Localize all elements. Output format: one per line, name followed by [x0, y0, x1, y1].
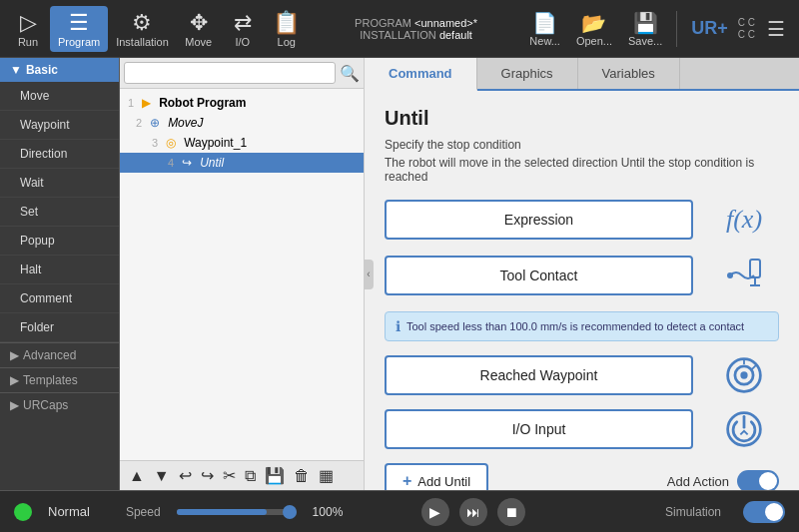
- sidebar-item-move[interactable]: Move: [0, 82, 119, 111]
- run-icon: ▷: [20, 10, 37, 36]
- tab-bar: Command Graphics Variables: [365, 58, 799, 91]
- sidebar-item-folder[interactable]: Folder: [0, 313, 119, 342]
- delete-button[interactable]: 🗑: [291, 466, 313, 486]
- svg-line-8: [751, 364, 756, 369]
- run-button[interactable]: ▷ Run: [6, 6, 50, 52]
- left-panel: ▼ Basic Move Waypoint Direction Wait Set…: [0, 58, 120, 490]
- top-bar: ▷ Run ☰ Program ⚙ Installation ✥ Move ⇄ …: [0, 0, 799, 58]
- reached-waypoint-icon-container: [709, 355, 779, 395]
- svg-point-3: [727, 272, 733, 278]
- line-num-1: 1: [128, 97, 134, 109]
- io-button[interactable]: ⇄ I/O: [221, 6, 265, 52]
- log-icon: 📋: [273, 10, 300, 36]
- play-button[interactable]: ▶: [421, 498, 449, 526]
- log-button[interactable]: 📋 Log: [265, 6, 309, 52]
- add-until-row: + Add Until Add Action: [385, 463, 779, 490]
- simulation-toggle[interactable]: [743, 501, 785, 523]
- hamburger-menu[interactable]: ☰: [759, 13, 793, 45]
- undo-button[interactable]: ↩: [176, 465, 195, 486]
- sidebar-item-direction[interactable]: Direction: [0, 140, 119, 169]
- until-label: Until: [200, 156, 224, 170]
- tab-variables[interactable]: Variables: [578, 58, 680, 89]
- svg-rect-0: [750, 260, 760, 277]
- speed-slider[interactable]: [177, 509, 297, 515]
- tool-contact-icon-container: [709, 254, 779, 297]
- urcaps-section-header[interactable]: ▶ URCaps: [0, 392, 119, 417]
- plus-icon: +: [402, 472, 411, 490]
- command-subtitle: Specify the stop condition: [385, 138, 779, 152]
- line-num-2: 2: [136, 117, 142, 129]
- tab-command[interactable]: Command: [365, 58, 477, 91]
- speed-handle[interactable]: [283, 505, 297, 519]
- open-button[interactable]: 📂 Open...: [570, 9, 618, 49]
- grid-button[interactable]: ▦: [316, 465, 337, 486]
- expression-icon-container: f(x): [709, 205, 779, 235]
- cut-button[interactable]: ✂: [220, 465, 239, 486]
- cc-label: C CC C: [738, 17, 755, 41]
- new-icon: 📄: [532, 11, 557, 35]
- tree-item-until[interactable]: 4 ↪ Until: [120, 153, 364, 173]
- tree-item-robot-program[interactable]: 1 ▶ Robot Program: [120, 93, 364, 113]
- add-action-area: Add Action: [667, 470, 779, 490]
- save-button[interactable]: 💾 Save...: [622, 9, 668, 49]
- robot-program-label: Robot Program: [159, 96, 246, 110]
- io-input-button[interactable]: I/O Input: [385, 409, 693, 449]
- urcaps-arrow-icon: ▶: [10, 398, 19, 412]
- copy-button[interactable]: ⧉: [242, 466, 259, 486]
- sidebar-item-wait[interactable]: Wait: [0, 169, 119, 198]
- tool-contact-button[interactable]: Tool Contact: [385, 256, 693, 295]
- templates-section-header[interactable]: ▶ Templates: [0, 367, 119, 392]
- sidebar-item-popup[interactable]: Popup: [0, 227, 119, 256]
- sidebar-item-comment[interactable]: Comment: [0, 284, 119, 313]
- program-button[interactable]: ☰ Program: [50, 6, 108, 52]
- sidebar-item-halt[interactable]: Halt: [0, 256, 119, 284]
- new-button[interactable]: 📄 New...: [523, 9, 566, 49]
- add-action-toggle[interactable]: [737, 470, 779, 490]
- sidebar-item-waypoint[interactable]: Waypoint: [0, 111, 119, 140]
- installation-button[interactable]: ⚙ Installation: [108, 6, 177, 52]
- save-tree-button[interactable]: 💾: [262, 465, 288, 486]
- info-icon: ℹ: [396, 318, 400, 334]
- basic-section-header[interactable]: ▼ Basic: [0, 58, 119, 82]
- speed-label: Speed: [126, 505, 161, 519]
- command-subtitle2: The robot will move in the selected dire…: [385, 156, 779, 184]
- speed-fill: [177, 509, 267, 515]
- move-button[interactable]: ✥ Move: [177, 6, 221, 52]
- robot-program-icon: ▶: [142, 96, 151, 110]
- ur-plus-icon: UR+: [691, 18, 728, 39]
- installation-icon: ⚙: [132, 10, 152, 36]
- move-down-button[interactable]: ▼: [151, 466, 173, 486]
- right-content: Until Specify the stop condition The rob…: [365, 91, 799, 490]
- expression-row: Expression f(x): [385, 200, 779, 240]
- tree-item-waypoint1[interactable]: 3 ◎ Waypoint_1: [120, 133, 364, 153]
- tree-content: 1 ▶ Robot Program 2 ⊕ MoveJ 3 ◎ Waypoint…: [120, 89, 364, 460]
- stop-button[interactable]: ⏹: [497, 498, 525, 526]
- tree-item-movej[interactable]: 2 ⊕ MoveJ: [120, 113, 364, 133]
- status-indicator: [14, 503, 32, 521]
- info-bar: ℹ Tool speed less than 100.0 mm/s is rec…: [385, 311, 779, 341]
- ur-plus-button[interactable]: UR+: [685, 16, 734, 41]
- skip-button[interactable]: ⏭: [459, 498, 487, 526]
- reached-waypoint-button[interactable]: Reached Waypoint: [385, 355, 693, 395]
- move-up-button[interactable]: ▲: [126, 466, 148, 486]
- until-icon: ↪: [182, 156, 192, 170]
- tool-contact-row: Tool Contact: [385, 254, 779, 297]
- tree-panel: 🔍 1 ▶ Robot Program 2 ⊕ MoveJ 3 ◎ Waypoi…: [120, 58, 365, 490]
- sidebar-item-set[interactable]: Set: [0, 198, 119, 227]
- tab-graphics[interactable]: Graphics: [477, 58, 578, 89]
- tree-search-input[interactable]: [124, 62, 336, 84]
- io-input-row: I/O Input: [385, 409, 779, 449]
- redo-button[interactable]: ↪: [198, 465, 217, 486]
- save-icon: 💾: [633, 11, 658, 35]
- add-until-button[interactable]: + Add Until: [385, 463, 488, 490]
- program-info: PROGRAM <unnamed>* INSTALLATION default: [309, 17, 524, 41]
- expression-button[interactable]: Expression: [385, 200, 693, 240]
- advanced-section-header[interactable]: ▶ Advanced: [0, 342, 119, 367]
- collapse-handle[interactable]: ‹: [364, 260, 374, 289]
- io-icon: ⇄: [234, 10, 252, 36]
- bottom-bar: Normal Speed 100% ▶ ⏭ ⏹ Simulation: [0, 490, 799, 532]
- svg-point-6: [740, 371, 747, 378]
- io-input-icon: [724, 409, 764, 449]
- player-controls: ▶ ⏭ ⏹: [421, 498, 525, 526]
- search-icon[interactable]: 🔍: [340, 64, 360, 83]
